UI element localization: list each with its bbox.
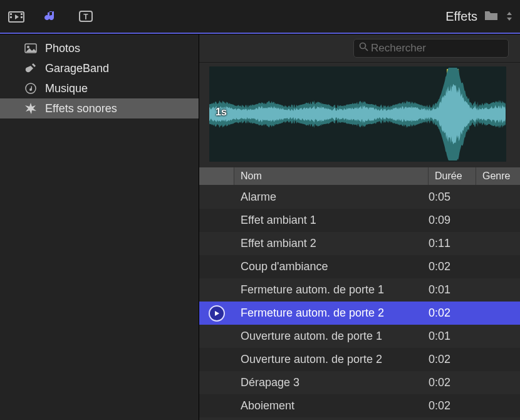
stepper-up-down-icon[interactable] (506, 11, 512, 22)
row-name: Ouverture autom. de porte 1 (234, 330, 425, 343)
burst-icon (24, 102, 38, 115)
library-dropdown-label[interactable]: Effets (445, 9, 477, 24)
search-input[interactable]: Rechercher (353, 39, 509, 58)
folder-icon[interactable] (484, 9, 500, 24)
svg-marker-18 (215, 311, 219, 316)
library-titles-tab[interactable]: T (78, 7, 96, 26)
svg-marker-8 (507, 12, 512, 15)
row-duration: 0:02 (425, 353, 476, 366)
waveform-preview[interactable]: 1s (209, 66, 506, 162)
svg-marker-5 (15, 14, 19, 19)
row-name: Effet ambiant 1 (234, 214, 425, 227)
row-name: Aboiement (234, 399, 425, 412)
svg-rect-2 (10, 16, 12, 18)
row-duration: 0:02 (425, 260, 476, 273)
row-duration: 0:01 (425, 330, 476, 343)
photo-icon (24, 43, 38, 53)
table-rows: Alarme0:05Effet ambiant 10:09Effet ambia… (199, 186, 520, 420)
row-duration: 0:09 (425, 214, 476, 227)
search-icon (359, 42, 368, 55)
row-duration: 0:01 (425, 283, 476, 297)
svg-marker-9 (507, 18, 512, 21)
library-audio-tab[interactable] (43, 7, 61, 26)
table-header: Nom Durée Genre (199, 167, 520, 186)
row-name: Effet ambiant 2 (234, 237, 425, 250)
row-play-cell[interactable] (199, 305, 234, 322)
sidebar-item-label: Photos (45, 42, 80, 55)
table-row[interactable]: Fermeture autom. de porte 20:02 (199, 302, 520, 325)
row-duration: 0:11 (425, 237, 476, 250)
table-row[interactable]: Fermeture autom. de porte 10:01 (199, 278, 520, 302)
column-header-name[interactable]: Nom (234, 167, 429, 185)
table-row[interactable]: Dérapage 30:02 (199, 371, 520, 394)
guitar-icon (24, 62, 38, 75)
sidebar-item-garageband[interactable]: GarageBand (0, 58, 199, 78)
table-row[interactable]: Coup d'ambiance0:02 (199, 255, 520, 278)
search-placeholder: Rechercher (371, 42, 426, 55)
row-duration: 0:02 (425, 307, 476, 320)
row-name: Alarme (234, 191, 425, 204)
svg-point-11 (27, 46, 29, 48)
table-row[interactable]: Ouverture autom. de porte 20:02 (199, 348, 520, 371)
svg-rect-1 (10, 13, 12, 15)
svg-marker-13 (25, 103, 36, 114)
table-row[interactable]: Effet ambiant 20:11 (199, 232, 520, 255)
row-duration: 0:05 (425, 191, 476, 204)
row-name: Fermeture autom. de porte 2 (234, 307, 425, 320)
row-name: Coup d'ambiance (234, 260, 425, 273)
sidebar: Photos GarageBand Musique Effets sonores (0, 34, 199, 420)
column-header-duration[interactable]: Durée (429, 167, 476, 185)
row-name: Dérapage 3 (234, 376, 425, 389)
sidebar-item-label: GarageBand (45, 62, 109, 75)
top-toolbar: T Effets (0, 0, 520, 34)
music-icon (24, 83, 38, 94)
table-row[interactable]: Aboiement0:02 (199, 394, 520, 417)
row-duration: 0:02 (425, 376, 476, 389)
svg-rect-3 (21, 13, 23, 15)
waveform-time-label: 1s (216, 107, 227, 118)
play-icon[interactable] (209, 305, 225, 322)
svg-line-15 (365, 48, 368, 51)
table-row[interactable]: Alarme0:05 (199, 186, 520, 209)
column-header-play[interactable] (199, 167, 234, 185)
sidebar-item-effets-sonores[interactable]: Effets sonores (0, 98, 199, 118)
row-name: Fermeture autom. de porte 1 (234, 283, 425, 297)
row-name: Ouverture autom. de porte 2 (234, 353, 425, 366)
column-header-genre[interactable]: Genre (476, 167, 520, 185)
library-video-tab[interactable] (8, 7, 26, 26)
svg-rect-4 (21, 16, 23, 18)
sidebar-item-label: Musique (45, 82, 88, 95)
svg-text:T: T (83, 13, 88, 21)
table-row[interactable]: Effet ambiant 10:09 (199, 209, 520, 232)
svg-point-14 (360, 43, 366, 49)
content-pane: Rechercher 1s Nom Durée Genre Alarme0:05… (199, 34, 520, 420)
sidebar-item-label: Effets sonores (45, 102, 117, 115)
sidebar-item-photos[interactable]: Photos (0, 38, 199, 58)
svg-point-12 (26, 83, 36, 93)
table-row[interactable]: Ouverture autom. de porte 10:01 (199, 325, 520, 348)
row-duration: 0:02 (425, 399, 476, 412)
sidebar-item-musique[interactable]: Musique (0, 78, 199, 98)
